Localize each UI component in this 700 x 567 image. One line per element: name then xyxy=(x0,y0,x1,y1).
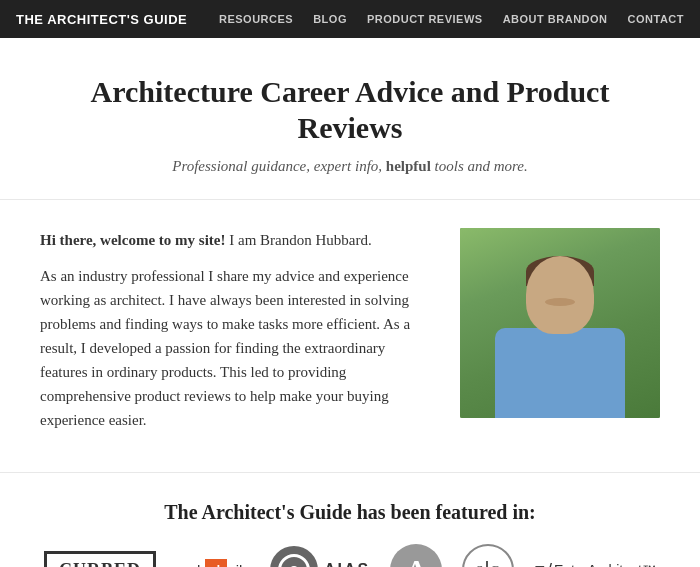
nav-contact[interactable]: CONTACT xyxy=(628,13,684,25)
logo-archdaily[interactable]: arch d aily xyxy=(176,559,250,567)
aias-circle xyxy=(270,546,318,567)
site-logo[interactable]: THE ARCHITECT'S GUIDE xyxy=(16,12,187,27)
entre-slash-icon: / xyxy=(547,560,552,568)
nav-about-brandon[interactable]: ABOUT BRANDON xyxy=(503,13,608,25)
curbed-text: CURBED xyxy=(44,551,156,568)
author-portrait xyxy=(460,228,660,418)
logo-aias[interactable]: AIAS xyxy=(270,546,370,567)
logo-sic[interactable]: S C xyxy=(462,544,514,567)
hero-section: Architecture Career Advice and Product R… xyxy=(0,38,700,200)
architect-circle: A xyxy=(390,544,442,567)
archdaily-text2: aily xyxy=(227,562,250,568)
intro-section: Hi there, welcome to my site! I am Brand… xyxy=(0,200,700,473)
aias-inner-circle xyxy=(278,554,310,567)
entre-equals-icon: ≡ xyxy=(534,560,545,568)
entre-text: EntreArchitect™ xyxy=(554,562,656,567)
nav-product-reviews[interactable]: PRODUCT REVIEWS xyxy=(367,13,483,25)
logo-architect[interactable]: A xyxy=(390,544,442,567)
logo-curbed[interactable]: CURBED xyxy=(44,551,156,568)
sic-bar xyxy=(486,561,488,567)
hero-subtitle: Professional guidance, expert info, help… xyxy=(40,158,660,175)
nav-resources[interactable]: RESOURCES xyxy=(219,13,293,25)
sic-text: S C xyxy=(476,561,501,567)
featured-logos: CURBED arch d aily AIAS A xyxy=(40,544,660,567)
hero-highlight: helpful xyxy=(386,158,431,174)
hero-title: Architecture Career Advice and Product R… xyxy=(40,74,660,146)
sic-circle: S C xyxy=(462,544,514,567)
archdaily-text: arch xyxy=(176,562,205,568)
sic-c: C xyxy=(490,562,500,567)
intro-greeting: Hi there, welcome to my site! I am Brand… xyxy=(40,228,432,252)
featured-heading: The Architect's Guide has been featured … xyxy=(40,501,660,524)
intro-text: Hi there, welcome to my site! I am Brand… xyxy=(40,228,432,444)
featured-section: The Architect's Guide has been featured … xyxy=(0,473,700,567)
author-photo xyxy=(460,228,660,418)
aias-text: AIAS xyxy=(324,561,370,567)
nav-blog[interactable]: BLOG xyxy=(313,13,347,25)
nav-links: RESOURCES BLOG PRODUCT REVIEWS ABOUT BRA… xyxy=(219,13,684,25)
intro-body: As an industry professional I share my a… xyxy=(40,264,432,432)
logo-entrearchitect[interactable]: ≡ / EntreArchitect™ xyxy=(534,560,655,568)
archdaily-icon: d xyxy=(205,559,227,567)
architect-a-letter: A xyxy=(406,554,426,567)
navbar: THE ARCHITECT'S GUIDE RESOURCES BLOG PRO… xyxy=(0,0,700,38)
sic-s: S xyxy=(476,562,484,567)
